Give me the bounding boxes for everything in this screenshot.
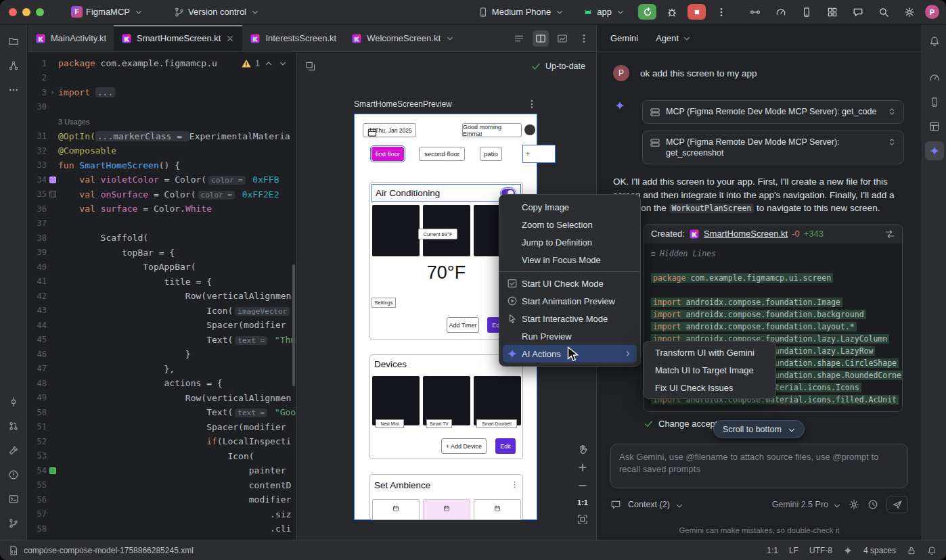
menu-item-start-ui-check-mode[interactable]: Start UI Check Mode xyxy=(503,275,637,292)
vcs-menu[interactable]: Version control xyxy=(168,3,266,21)
settings-button[interactable] xyxy=(901,3,918,21)
menu-item-jump-to-definition[interactable]: Jump to Definition xyxy=(503,233,637,251)
date-chip[interactable]: Thu, Jan 2025 xyxy=(363,123,416,137)
created-file-link[interactable]: SmartHomeScreen.kt xyxy=(704,229,788,239)
ambience-card[interactable] xyxy=(474,499,521,520)
zoom-to-fit-button[interactable] xyxy=(577,514,588,525)
pan-tool-button[interactable] xyxy=(577,444,588,454)
fold-marker[interactable]: › xyxy=(50,88,55,97)
submenu-item-match-ui-to-target-image[interactable]: Match UI to Target Image xyxy=(647,361,772,379)
readonly-lock-icon[interactable] xyxy=(907,546,916,555)
ambience-card[interactable] xyxy=(423,499,470,520)
tab-welcomescreen-kt[interactable]: K WelcomeScreen.kt xyxy=(344,25,462,51)
menu-item-start-animation-preview[interactable]: Start Animation Preview xyxy=(503,292,637,310)
color-swatch[interactable] xyxy=(49,177,56,183)
ai-chat-button[interactable] xyxy=(849,3,867,21)
app-menu[interactable]: F FigmaMCP xyxy=(66,3,150,21)
more-horizontal-tool-button[interactable] xyxy=(4,80,23,99)
tab-mainactivity-kt[interactable]: K MainActivity.kt xyxy=(28,25,114,51)
preview-options-kebab-icon[interactable] xyxy=(526,99,537,110)
project-folder-tool-button[interactable] xyxy=(4,32,23,51)
tool-call-card[interactable]: MCP (Figma Remote Dev Mode MCP Server): … xyxy=(642,131,904,164)
structure-tool-button[interactable] xyxy=(4,56,23,75)
device-selector[interactable]: Medium Phone xyxy=(472,3,570,21)
close-window-button[interactable] xyxy=(9,8,17,16)
submenu-item-fix-ui-check-issues[interactable]: Fix UI Check Issues xyxy=(647,379,772,396)
search-button[interactable] xyxy=(875,3,893,21)
plugins-button[interactable] xyxy=(824,3,841,21)
floor-chip-second-floor[interactable]: second floor xyxy=(419,147,465,161)
floor-chip-patio[interactable]: patio xyxy=(480,147,502,161)
floor-chip-first-floor[interactable]: first floor xyxy=(371,147,404,161)
commit-tool-button[interactable] xyxy=(4,392,23,411)
design-view-button[interactable] xyxy=(554,30,570,47)
gemini-prompt-input[interactable]: Ask Gemini, use @filename to attach sour… xyxy=(610,444,908,488)
code-editor[interactable]: 1package com.example.figmamcp.u23›import… xyxy=(28,53,296,540)
cursor-position[interactable]: 1:1 xyxy=(767,546,778,555)
next-issue-icon[interactable] xyxy=(277,58,288,69)
submenu-item-transform-ui-with-gemini[interactable]: Transform UI with Gemini xyxy=(647,344,772,361)
stop-button[interactable] xyxy=(688,4,706,20)
tab-interestsscreen-kt[interactable]: K InterestsScreen.kt xyxy=(242,25,344,51)
ai-assist-icon[interactable] xyxy=(843,546,853,555)
devices-edit-button[interactable]: Edit xyxy=(495,438,516,454)
ambience-kebab-icon[interactable]: ⋮ xyxy=(511,480,518,489)
usages-hint[interactable]: 3 Usages xyxy=(28,114,296,129)
history-icon[interactable] xyxy=(868,499,878,510)
chevron-down-icon[interactable] xyxy=(445,34,455,43)
add-device-button[interactable]: + Add Device xyxy=(441,438,487,454)
run-configuration-selector[interactable]: app xyxy=(577,3,631,21)
layout-inspector-tool-button[interactable] xyxy=(925,117,944,136)
notifications-tool-button[interactable] xyxy=(925,32,944,51)
color-swatch[interactable] xyxy=(49,191,56,197)
status-file[interactable]: compose-compose-model-1758866285245.xml xyxy=(8,545,194,556)
avatar[interactable] xyxy=(524,124,535,135)
zoom-in-button[interactable] xyxy=(577,462,588,473)
preview-name[interactable]: SmartHomeScreenPreview xyxy=(354,99,452,109)
zoom-out-button[interactable] xyxy=(577,480,588,491)
pull-requests-tool-button[interactable] xyxy=(4,417,23,436)
build-tool-button[interactable] xyxy=(4,441,23,460)
profile-avatar[interactable]: P xyxy=(925,5,939,19)
settings-label[interactable]: Settings xyxy=(371,298,396,308)
line-separator[interactable]: LF xyxy=(789,546,798,555)
context-selector[interactable]: Context (2) xyxy=(628,500,683,509)
device-card[interactable] xyxy=(423,376,470,425)
editor-scrollbar[interactable] xyxy=(292,264,295,386)
send-button[interactable] xyxy=(886,496,908,513)
menu-item-view-in-focus-mode[interactable]: View in Focus Mode xyxy=(503,251,637,269)
tab-smarthomescreen-kt[interactable]: K SmartHomeScreen.kt xyxy=(114,25,242,51)
device-manager-tool-button[interactable] xyxy=(925,93,944,112)
code-view-button[interactable] xyxy=(511,30,527,47)
more-actions-button[interactable] xyxy=(713,3,730,21)
device-card[interactable] xyxy=(372,376,420,425)
ambience-card[interactable] xyxy=(372,499,420,520)
version-control-tool-button[interactable] xyxy=(4,514,23,533)
scroll-to-bottom-button[interactable]: Scroll to bottom xyxy=(713,420,805,438)
more-options-button[interactable] xyxy=(576,30,592,47)
gemini-settings-icon[interactable] xyxy=(849,499,859,510)
zoom-ratio-button[interactable]: 1:1 xyxy=(577,498,588,507)
preview-gallery-icon[interactable] xyxy=(305,61,316,72)
hidden-lines-row[interactable]: ≡Hidden Lines xyxy=(651,248,902,260)
gemini-tool-button[interactable] xyxy=(925,141,944,160)
debug-button[interactable] xyxy=(663,3,681,21)
tool-call-card[interactable]: MCP (Figma Remote Dev Mode MCP Server): … xyxy=(642,100,904,124)
menu-item-copy-image[interactable]: Copy Image xyxy=(503,198,637,216)
problems-tool-button[interactable] xyxy=(4,465,23,484)
diff-icon[interactable] xyxy=(884,229,895,239)
ac-device-card[interactable] xyxy=(372,205,420,256)
attach-context-icon[interactable] xyxy=(610,499,621,510)
device-card[interactable] xyxy=(474,376,521,425)
close-tab-icon[interactable] xyxy=(225,34,235,43)
previous-issue-icon[interactable] xyxy=(263,58,274,69)
model-selector[interactable]: Gemini 2.5 Pro xyxy=(772,500,840,509)
file-encoding[interactable]: UTF-8 xyxy=(809,546,832,555)
terminal-tool-button[interactable] xyxy=(4,490,23,509)
menu-item-run-preview[interactable]: Run Preview xyxy=(503,327,637,345)
color-swatch[interactable] xyxy=(49,467,56,474)
menu-item-zoom-to-selection[interactable]: Zoom to Selection xyxy=(503,216,637,233)
indent-setting[interactable]: 4 spaces xyxy=(863,546,896,555)
profiler-tool-button[interactable] xyxy=(925,68,944,87)
menu-item-start-interactive-mode[interactable]: Start Interactive Mode xyxy=(503,310,637,327)
